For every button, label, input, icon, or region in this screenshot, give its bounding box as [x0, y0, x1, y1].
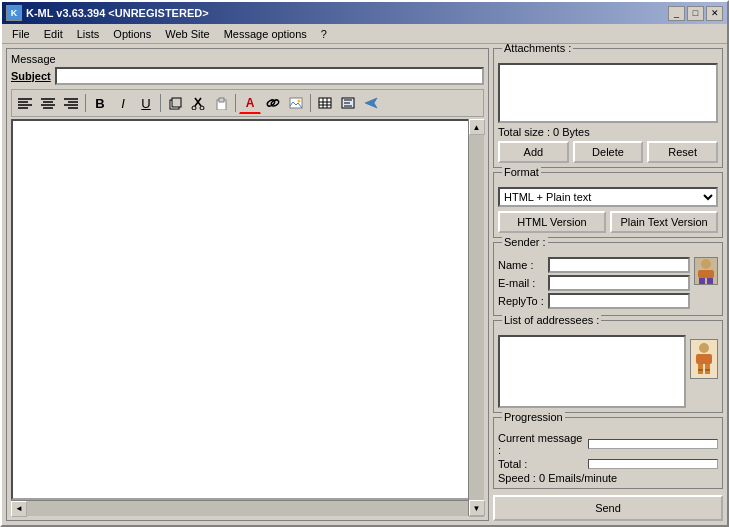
subject-input[interactable] — [55, 67, 484, 85]
scroll-down-arrow[interactable]: ▼ — [469, 500, 485, 516]
svg-rect-34 — [699, 278, 705, 284]
plain-text-version-button[interactable]: Plain Text Version — [610, 211, 718, 233]
menu-message-options[interactable]: Message options — [218, 27, 313, 41]
preview-button[interactable] — [337, 92, 359, 114]
menu-help[interactable]: ? — [315, 27, 333, 41]
svg-rect-37 — [696, 354, 712, 364]
addressees-label: List of addressees : — [502, 314, 601, 326]
addressees-group: List of addressees : — [493, 320, 723, 413]
editor-area[interactable] — [11, 119, 484, 500]
hscroll-track — [27, 501, 468, 516]
menu-lists[interactable]: Lists — [71, 27, 106, 41]
scroll-left-arrow[interactable]: ◄ — [11, 501, 27, 517]
menu-file[interactable]: File — [6, 27, 36, 41]
email-input[interactable] — [548, 275, 690, 291]
send-quick-button[interactable] — [360, 92, 382, 114]
menu-bar: File Edit Lists Options Web Site Message… — [2, 24, 727, 44]
format-buttons: HTML Version Plain Text Version — [498, 211, 718, 233]
message-label: Message — [11, 53, 484, 65]
svg-point-16 — [192, 106, 196, 110]
delete-button[interactable]: Delete — [573, 141, 644, 163]
current-message-label: Current message : — [498, 432, 588, 456]
attachments-buttons: Add Delete Reset — [498, 141, 718, 163]
link-button[interactable] — [262, 92, 284, 114]
svg-rect-35 — [707, 278, 713, 284]
font-color-button[interactable]: A — [239, 92, 261, 114]
editor-vertical-scrollbar[interactable]: ▲ ▼ — [468, 119, 484, 516]
svg-rect-13 — [172, 98, 181, 107]
scroll-up-arrow[interactable]: ▲ — [469, 119, 485, 135]
send-button[interactable]: Send — [493, 495, 723, 521]
total-progress — [588, 459, 718, 469]
align-right-button[interactable] — [60, 92, 82, 114]
align-center-button[interactable] — [37, 92, 59, 114]
paste-button[interactable] — [210, 92, 232, 114]
speed-label: Speed : 0 Emails/minute — [498, 472, 718, 484]
addressees-list[interactable] — [498, 335, 686, 408]
email-label: E-mail : — [498, 277, 548, 289]
restore-button[interactable]: □ — [687, 6, 704, 21]
right-panel: Attachments : Total size : 0 Bytes Add D… — [493, 48, 723, 521]
progression-group: Progression Current message : Total : Sp… — [493, 417, 723, 489]
table-button[interactable] — [314, 92, 336, 114]
html-version-button[interactable]: HTML Version — [498, 211, 606, 233]
svg-rect-33 — [698, 270, 714, 278]
cut-button[interactable] — [187, 92, 209, 114]
subject-label: Subject — [11, 70, 51, 82]
svg-point-23 — [298, 100, 301, 103]
progression-label: Progression — [502, 411, 565, 423]
add-addressee-button[interactable] — [690, 339, 718, 379]
svg-point-36 — [699, 343, 709, 353]
name-label: Name : — [498, 259, 548, 271]
add-button[interactable]: Add — [498, 141, 569, 163]
total-size-label: Total size : 0 Bytes — [498, 126, 718, 138]
replyto-input[interactable] — [548, 293, 690, 309]
menu-edit[interactable]: Edit — [38, 27, 69, 41]
attachments-list — [498, 63, 718, 123]
current-message-progress — [588, 439, 718, 449]
format-label: Format — [502, 166, 541, 178]
app-icon: K — [6, 5, 22, 21]
bold-button[interactable]: B — [89, 92, 111, 114]
align-left-button[interactable] — [14, 92, 36, 114]
format-group: Format HTML + Plain text HTML only Plain… — [493, 172, 723, 238]
title-bar: K K-ML v3.63.394 <UNREGISTERED> _ □ ✕ — [2, 2, 727, 24]
window-controls: _ □ ✕ — [668, 6, 723, 21]
svg-rect-24 — [319, 98, 331, 108]
window-title: K-ML v3.63.394 <UNREGISTERED> — [26, 7, 209, 19]
replyto-label: ReplyTo : — [498, 295, 548, 307]
addressee-icon-area — [690, 335, 718, 408]
close-button[interactable]: ✕ — [706, 6, 723, 21]
reset-button[interactable]: Reset — [647, 141, 718, 163]
attachments-label: Attachments : — [502, 44, 573, 54]
name-input[interactable] — [548, 257, 690, 273]
editor-horizontal-scrollbar[interactable]: ◄ ► — [11, 500, 484, 516]
svg-rect-40 — [698, 369, 703, 371]
scroll-track — [469, 135, 484, 500]
sender-group: Sender : Name : E-mail : ReplyTo : — [493, 242, 723, 316]
svg-point-32 — [701, 259, 711, 269]
message-panel: Message Subject B I U — [6, 48, 489, 521]
sender-label: Sender : — [502, 236, 548, 248]
copy-button[interactable] — [164, 92, 186, 114]
image-button[interactable] — [285, 92, 307, 114]
attachments-group: Attachments : Total size : 0 Bytes Add D… — [493, 48, 723, 168]
sender-avatar — [694, 257, 718, 285]
svg-rect-41 — [705, 369, 710, 371]
minimize-button[interactable]: _ — [668, 6, 685, 21]
svg-point-17 — [200, 106, 204, 110]
svg-rect-19 — [219, 98, 224, 102]
menu-options[interactable]: Options — [107, 27, 157, 41]
underline-button[interactable]: U — [135, 92, 157, 114]
editor-toolbar: B I U A — [11, 89, 484, 117]
menu-website[interactable]: Web Site — [159, 27, 215, 41]
italic-button[interactable]: I — [112, 92, 134, 114]
format-select[interactable]: HTML + Plain text HTML only Plain text o… — [498, 187, 718, 207]
total-label: Total : — [498, 458, 588, 470]
